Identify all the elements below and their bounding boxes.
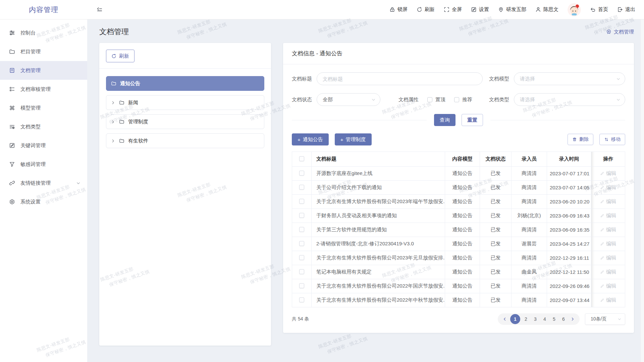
edit-square-icon bbox=[9, 142, 15, 148]
doc-title-input[interactable] bbox=[317, 72, 483, 85]
sidebar-item-keywords[interactable]: 关键词管理 bbox=[0, 136, 87, 155]
doc-time-cell: 2022-12-29 16:11 bbox=[547, 251, 591, 265]
settings-button[interactable]: 设置 bbox=[471, 6, 489, 13]
refresh-button[interactable]: 刷新 bbox=[417, 6, 435, 13]
next-page-button[interactable] bbox=[568, 317, 577, 321]
table-row: 关于北京有生博大软件股份有限公司2023年元旦放假安排... 通知公告 已发 商… bbox=[292, 251, 625, 265]
doc-model-select[interactable]: 请选择 bbox=[514, 72, 625, 85]
sidebar-collapse-button[interactable] bbox=[97, 7, 103, 13]
row-checkbox[interactable] bbox=[299, 199, 304, 204]
sidebar-item-sensitive-words[interactable]: 敏感词管理 bbox=[0, 155, 87, 174]
edit-label: 编辑 bbox=[606, 241, 616, 247]
folder-icon bbox=[111, 81, 116, 86]
divider bbox=[490, 120, 625, 120]
edit-label: 编辑 bbox=[606, 283, 616, 289]
link-icon bbox=[9, 180, 15, 186]
page-size-select[interactable]: 10条/页 bbox=[585, 313, 625, 325]
total-count: 共 54 条 bbox=[292, 316, 309, 322]
department-label: 研发五部 bbox=[506, 6, 526, 13]
row-checkbox[interactable] bbox=[299, 283, 304, 288]
edit-button[interactable]: 编辑 bbox=[600, 184, 616, 191]
doc-attr-label: 文档属性 bbox=[398, 97, 419, 103]
avatar[interactable] bbox=[568, 3, 581, 16]
tree-node-policies[interactable]: 管理制度 bbox=[106, 114, 264, 129]
page-button[interactable]: 3 bbox=[531, 316, 540, 322]
move-button[interactable]: 移动 bbox=[599, 134, 625, 145]
select-all-checkbox[interactable] bbox=[299, 156, 304, 161]
prev-page-button[interactable] bbox=[500, 317, 509, 321]
row-checkbox[interactable] bbox=[299, 185, 304, 190]
delete-button[interactable]: 删除 bbox=[568, 134, 593, 145]
breadcrumb[interactable]: 文档管理 bbox=[606, 29, 634, 35]
tree-node-news[interactable]: 新闻 bbox=[106, 95, 264, 110]
sidebar-item-doc-audit[interactable]: 文档审核管理 bbox=[0, 80, 87, 99]
sidebar-item-system-settings[interactable]: 系统设置 bbox=[0, 192, 87, 211]
edit-button[interactable]: 编辑 bbox=[600, 269, 616, 275]
search-button[interactable]: 查询 bbox=[434, 114, 455, 126]
edit-button[interactable]: 编辑 bbox=[600, 297, 616, 303]
add-notice-button[interactable]: + 通知公告 bbox=[292, 133, 329, 145]
logout-button[interactable]: 退出 bbox=[617, 6, 635, 13]
edit-button[interactable]: 编辑 bbox=[600, 241, 616, 247]
table-header-row: 文档标题 内容模型 文档状态 录入员 录入时间 操作 bbox=[292, 152, 625, 167]
row-checkbox[interactable] bbox=[299, 213, 304, 218]
edit-button[interactable]: 编辑 bbox=[600, 198, 616, 205]
home-button[interactable]: 首页 bbox=[590, 6, 608, 13]
col-user: 录入员 bbox=[512, 152, 547, 167]
funnel-icon bbox=[9, 161, 15, 167]
sidebar-item-doc-types[interactable]: 文档类型 bbox=[0, 117, 87, 136]
edit-button[interactable]: 编辑 bbox=[600, 283, 616, 289]
col-time: 录入时间 bbox=[547, 152, 591, 167]
row-checkbox[interactable] bbox=[299, 255, 304, 260]
edit-button[interactable]: 编辑 bbox=[600, 255, 616, 261]
lock-screen-button[interactable]: 锁屏 bbox=[389, 6, 408, 13]
page-button[interactable]: 4 bbox=[540, 316, 549, 322]
row-checkbox[interactable] bbox=[299, 241, 304, 246]
table-row: 关于北京有生博大软件股份有限公司2022年国庆节放假安... 通知公告 已发 商… bbox=[292, 279, 625, 293]
user-button[interactable]: 陈思文 bbox=[535, 6, 558, 13]
page-button[interactable]: 1 bbox=[510, 314, 520, 324]
page-scrollbar[interactable] bbox=[640, 19, 644, 362]
attr-recommend-checkbox[interactable]: 推荐 bbox=[454, 97, 472, 103]
sidebar-item-models[interactable]: 模型管理 bbox=[0, 99, 87, 117]
fullscreen-button[interactable]: 全屏 bbox=[444, 6, 462, 13]
doc-model-cell: 通知公告 bbox=[445, 251, 480, 265]
sidebar-item-label: 文档类型 bbox=[20, 124, 41, 130]
sidebar-item-documents[interactable]: 文档管理 bbox=[0, 61, 87, 80]
row-checkbox[interactable] bbox=[299, 227, 304, 232]
doc-time-cell: 2023-06-09 16:35 bbox=[547, 223, 591, 237]
tree-node-label: 通知公告 bbox=[120, 80, 140, 87]
reset-button[interactable]: 重置 bbox=[462, 114, 483, 126]
edit-label: 编辑 bbox=[606, 170, 616, 177]
tree-node-notices[interactable]: 通知公告 bbox=[106, 76, 264, 91]
row-checkbox[interactable] bbox=[299, 297, 304, 302]
doc-status-select[interactable]: 全部 bbox=[317, 93, 380, 106]
doc-type-select[interactable]: 请选择 bbox=[514, 93, 625, 106]
documents-table: 文档标题 内容模型 文档状态 录入员 录入时间 操作 开源数字底座在gitee上… bbox=[292, 152, 625, 307]
doc-title-cell: 关于北京有生博大软件股份有限公司2023年元旦放假安排... bbox=[312, 251, 445, 265]
add-policy-button[interactable]: + 管理制度 bbox=[335, 133, 372, 145]
department-button[interactable]: 研发五部 bbox=[498, 6, 526, 13]
doc-model-cell: 通知公告 bbox=[445, 293, 480, 307]
page-button[interactable]: 6 bbox=[559, 316, 568, 322]
sidebar-item-links[interactable]: 友情链接管理 bbox=[0, 174, 87, 192]
edit-button[interactable]: 编辑 bbox=[600, 213, 616, 219]
row-checkbox[interactable] bbox=[299, 171, 304, 176]
select-placeholder: 请选择 bbox=[520, 76, 535, 82]
attr-top-checkbox[interactable]: 置顶 bbox=[427, 97, 445, 103]
tree-node-software[interactable]: 有生软件 bbox=[106, 133, 264, 148]
attr-top-label: 置顶 bbox=[435, 97, 445, 103]
sidebar-item-console[interactable]: 控制台 bbox=[0, 23, 87, 42]
tree-refresh-button[interactable]: 刷新 bbox=[106, 50, 135, 62]
doc-user-cell: 商清清 bbox=[512, 195, 547, 209]
list-gear-icon bbox=[9, 124, 15, 130]
row-checkbox[interactable] bbox=[299, 269, 304, 274]
page-button[interactable]: 2 bbox=[521, 316, 531, 322]
tree-node-label: 新闻 bbox=[128, 100, 138, 106]
sidebar-item-columns[interactable]: 栏目管理 bbox=[0, 42, 87, 61]
edit-button[interactable]: 编辑 bbox=[600, 227, 616, 233]
folder-icon bbox=[9, 49, 15, 55]
page-button[interactable]: 5 bbox=[549, 316, 559, 322]
edit-button[interactable]: 编辑 bbox=[600, 170, 616, 177]
edit-label: 编辑 bbox=[606, 184, 616, 191]
